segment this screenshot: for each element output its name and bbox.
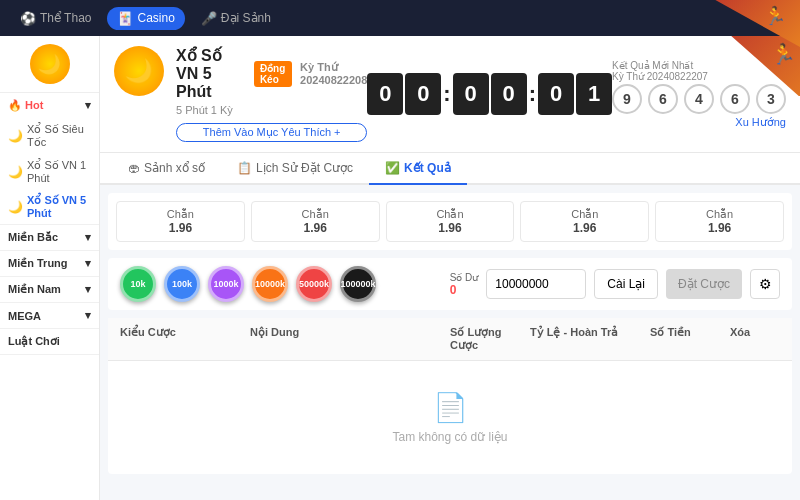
- tab-ket-qua[interactable]: ✅ Kết Quả: [369, 153, 467, 185]
- chip-10000k[interactable]: 10000k: [252, 266, 288, 302]
- empty-text: Tam không có dữ liệu: [138, 430, 762, 444]
- main-layout: 🌙 🔥 Hot ▾ 🌙 Xổ Số Siêu Tốc 🌙 Xổ Số VN 1 …: [0, 36, 800, 500]
- mien-nam-chevron: ▾: [85, 283, 91, 296]
- sidebar-section-mien-trung: Miền Trung ▾: [0, 251, 99, 277]
- hot-chevron-icon: ▾: [85, 99, 91, 112]
- result-ball-2: 4: [684, 84, 714, 114]
- clock-icon: 🌙: [30, 44, 70, 84]
- content-area: 🌙 Xổ Số VN 5 Phút Đồng Kéo Kỳ Thứ 202408…: [100, 36, 800, 500]
- bet-grid: Chẵn 1.96 Chẵn 1.96 Chẵn 1.96 Chẵn 1.96 …: [108, 193, 792, 250]
- game-title: Xổ Số VN 5 Phút: [176, 46, 246, 101]
- bet-cell-0-0[interactable]: Chẵn 1.96: [116, 201, 245, 242]
- chip-1000k[interactable]: 1000k: [208, 266, 244, 302]
- result-ball-0: 9: [612, 84, 642, 114]
- hot-label: 🔥 Hot: [8, 99, 43, 112]
- sidebar-section-mien-nam: Miền Nam ▾: [0, 277, 99, 303]
- col-ty-le: Tỷ Lệ - Hoàn Trả: [530, 326, 650, 352]
- sidebar-section-hot: 🔥 Hot ▾ 🌙 Xổ Số Siêu Tốc 🌙 Xổ Số VN 1 Ph…: [0, 93, 99, 225]
- reset-button[interactable]: Cài Lại: [594, 269, 658, 299]
- chip-50000k[interactable]: 50000k: [296, 266, 332, 302]
- tab-lich-su[interactable]: 📋 Lịch Sử Đặt Cược: [221, 153, 369, 185]
- mien-bac-chevron: ▾: [85, 231, 91, 244]
- col-kieu-cuoc: Kiểu Cược: [120, 326, 250, 352]
- empty-doc-icon: 📄: [138, 391, 762, 424]
- sidebar-item-xo-so-vn5[interactable]: 🌙 Xổ Số VN 5 Phút: [0, 189, 99, 224]
- mega-chevron: ▾: [85, 309, 91, 322]
- so-du-value: 0: [450, 283, 479, 297]
- bet-table-empty: 📄 Tam không có dữ liệu: [108, 361, 792, 474]
- results-period-label: Kỳ Thứ: [612, 71, 647, 82]
- nav-item-dai-sanh[interactable]: 🎤 Đại Sảnh: [191, 7, 281, 30]
- mien-trung-header[interactable]: Miền Trung ▾: [0, 251, 99, 276]
- col-so-tien: Số Tiền: [650, 326, 730, 352]
- top-right-banner: 🏃: [720, 36, 800, 96]
- sports-icon: ⚽: [20, 11, 36, 26]
- xu-huong-button[interactable]: Xu Hướng: [612, 116, 786, 129]
- result-ball-1: 6: [648, 84, 678, 114]
- bet-cell-0-1[interactable]: Chẵn 1.96: [251, 201, 380, 242]
- mien-bac-header[interactable]: Miền Bắc ▾: [0, 225, 99, 250]
- chips-area: 10k 100k 1000k 10000k 50000k 100000k Số …: [108, 258, 792, 310]
- game-logo: 🌙: [114, 46, 164, 96]
- chip-100000k[interactable]: 100000k: [340, 266, 376, 302]
- game-tabs: 🏟 Sảnh xổ số 📋 Lịch Sử Đặt Cược ✅ Kết Qu…: [100, 153, 800, 185]
- tab-sanh-xo-so[interactable]: 🏟 Sảnh xổ số: [112, 153, 221, 185]
- casino-icon: 🃏: [117, 11, 133, 26]
- chip-100k[interactable]: 100k: [164, 266, 200, 302]
- timer-h2: 0: [405, 73, 441, 115]
- sidebar-section-mien-bac: Miền Bắc ▾: [0, 225, 99, 251]
- game-badge: Đồng Kéo: [254, 61, 292, 87]
- timer-m1: 0: [453, 73, 489, 115]
- bet-button[interactable]: Đặt Cược: [666, 269, 742, 299]
- result-icon: ✅: [385, 161, 400, 175]
- sidebar-section-mega: MEGA ▾: [0, 303, 99, 329]
- sidebar-section-luat-choi: Luật Chơi: [0, 329, 99, 355]
- sidebar-logo: 🌙: [0, 36, 99, 93]
- chips-right: Số Dư 0 Cài Lại Đặt Cược ⚙: [450, 269, 780, 299]
- timer-display: 0 0 : 0 0 : 0 1: [367, 73, 612, 115]
- mien-trung-chevron: ▾: [85, 257, 91, 270]
- timer-area: 0 0 : 0 0 : 0 1: [367, 73, 612, 115]
- sidebar-item-xo-so-vn1[interactable]: 🌙 Xổ Số VN 1 Phút: [0, 154, 99, 189]
- nav-item-casino[interactable]: 🃏 Casino: [107, 7, 184, 30]
- top-right-athlete-icon: 🏃: [764, 5, 786, 27]
- chip-10k[interactable]: 10k: [120, 266, 156, 302]
- bet-cell-0-4[interactable]: Chẵn 1.96: [655, 201, 784, 242]
- bet-row-0: Chẵn 1.96 Chẵn 1.96 Chẵn 1.96 Chẵn 1.96 …: [116, 201, 784, 242]
- sidebar-item-xo-so-sieu-toc[interactable]: 🌙 Xổ Số Siêu Tốc: [0, 118, 99, 154]
- so-du-label: Số Dư: [450, 272, 479, 283]
- nav-item-the-thao[interactable]: ⚽ Thể Thao: [10, 7, 101, 30]
- timer-h1: 0: [367, 73, 403, 115]
- col-noi-dung: Nội Dung: [250, 326, 450, 352]
- top-nav: ⚽ Thể Thao 🃏 Casino 🎤 Đại Sảnh 🏃: [0, 0, 800, 36]
- game-info: Xổ Số VN 5 Phút Đồng Kéo Kỳ Thứ 20240822…: [176, 46, 367, 142]
- timer-s2: 1: [576, 73, 612, 115]
- col-so-luong: Số Lượng Cược: [450, 326, 530, 352]
- dai-sanh-icon: 🎤: [201, 11, 217, 26]
- mien-nam-header[interactable]: Miền Nam ▾: [0, 277, 99, 302]
- gear-icon: ⚙: [759, 276, 772, 292]
- game-sub: 5 Phút 1 Kỳ: [176, 104, 367, 116]
- add-fav-button[interactable]: Thêm Vào Mục Yêu Thích +: [176, 123, 367, 142]
- bet-cell-0-2[interactable]: Chẵn 1.96: [386, 201, 515, 242]
- game-title-row: Xổ Số VN 5 Phút Đồng Kéo Kỳ Thứ 20240822…: [176, 46, 367, 101]
- history-icon: 📋: [237, 161, 252, 175]
- settings-button[interactable]: ⚙: [750, 269, 780, 299]
- stadium-icon: 🏟: [128, 161, 140, 175]
- game-header: 🌙 Xổ Số VN 5 Phút Đồng Kéo Kỳ Thứ 202408…: [100, 36, 800, 153]
- bet-table-header: Kiểu Cược Nội Dung Số Lượng Cược Tỷ Lệ -…: [108, 318, 792, 361]
- col-xoa: Xóa: [730, 326, 780, 352]
- timer-m2: 0: [491, 73, 527, 115]
- so-du-area: Số Dư 0: [450, 272, 479, 297]
- banner-icon: 🏃: [771, 42, 796, 66]
- timer-s1: 0: [538, 73, 574, 115]
- bet-table: Kiểu Cược Nội Dung Số Lượng Cược Tỷ Lệ -…: [108, 318, 792, 474]
- mega-header[interactable]: MEGA ▾: [0, 303, 99, 328]
- sidebar-hot-header[interactable]: 🔥 Hot ▾: [0, 93, 99, 118]
- bet-cell-0-3[interactable]: Chẵn 1.96: [520, 201, 649, 242]
- sidebar: 🌙 🔥 Hot ▾ 🌙 Xổ Số Siêu Tốc 🌙 Xổ Số VN 1 …: [0, 36, 100, 500]
- period-label: Kỳ Thứ 20240822208: [300, 61, 367, 86]
- amount-input[interactable]: [486, 269, 586, 299]
- luat-choi-header[interactable]: Luật Chơi: [0, 329, 99, 354]
